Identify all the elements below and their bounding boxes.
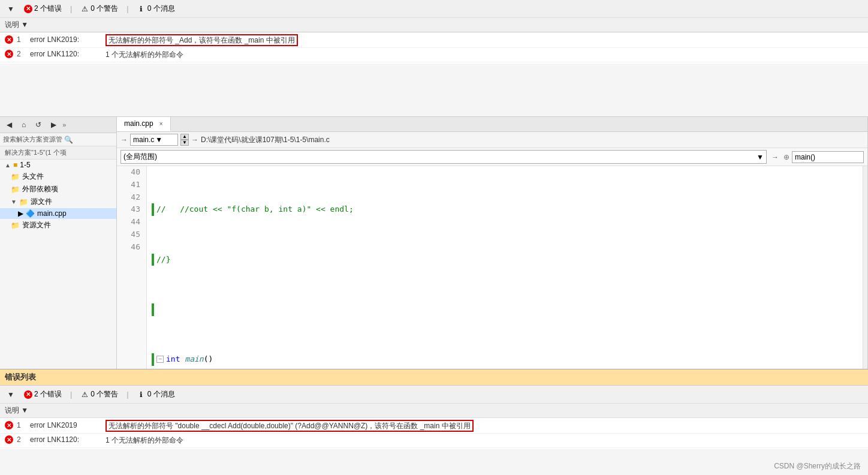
top-error-panel: ▼ ✕ 2 个错误 | ⚠ 0 个警告 | ℹ 0 个消息 说明 ▼ ✕ 1 e… [0, 0, 868, 117]
code-line-42 [152, 303, 858, 316]
error-desc-1: 无法解析的外部符号 _Add，该符号在函数 _main 中被引用 [106, 35, 298, 46]
bottom-error-icon: ✕ [24, 390, 32, 399]
code-func-main: main [185, 353, 203, 366]
bottom-error-code-1: error LNK2019 [30, 421, 102, 429]
bottom-error-desc-2: 1 个无法解析的外部命令 [106, 435, 183, 446]
bottom-error-list: ✕ 1 error LNK2019 无法解析的外部符号 "double __cd… [0, 418, 868, 449]
watermark: CSDN @Sherry的成长之路 [774, 461, 861, 471]
folder-icon-headers: 📁 [11, 173, 20, 181]
info-icon: ℹ [137, 5, 146, 13]
top-error-list: ✕ 1 error LNK2019: 无法解析的外部符号 _Add，该符号在函数… [0, 32, 868, 64]
tab-maincpp[interactable]: main.cpp × [117, 117, 171, 131]
panel-title-bar: 错误列表 [0, 369, 868, 386]
top-error-row-2[interactable]: ✕ 2 error LNK1120: 1 个无法解析的外部命令 [0, 48, 868, 62]
bottom-error-num-1: 1 [17, 421, 26, 429]
top-error-badge[interactable]: ✕ 2 个错误 [20, 2, 65, 15]
top-message-badge[interactable]: ℹ 0 个消息 [134, 2, 179, 15]
scroll-marker [863, 166, 867, 369]
panel-dots: » [62, 121, 66, 128]
top-warning-badge[interactable]: ⚠ 0 个警告 [77, 2, 122, 15]
nav-down-btn[interactable]: ▼ [180, 140, 189, 146]
bottom-desc-header[interactable]: 说明 ▼ [5, 405, 28, 416]
code-text-41: //} [156, 254, 858, 266]
bottom-error-highlight-1: 无法解析的外部符号 "double __cdecl Add(double,dou… [106, 420, 474, 432]
nav-arrow-btns[interactable]: ▲ ▼ [180, 134, 189, 146]
file-dropdown[interactable]: main.c ▼ [130, 134, 178, 146]
code-editor[interactable]: 40 41 42 43 44 45 46 // //cout << "f(cha… [117, 166, 867, 369]
tree-label-externals: 外部依赖项 [22, 184, 58, 194]
bottom-sep1: | [70, 390, 72, 399]
nav-up-btn[interactable]: ▲ [180, 134, 189, 140]
line-numbers: 40 41 42 43 44 45 46 [117, 166, 147, 369]
func-dropdown[interactable]: main() [792, 151, 864, 163]
code-text-42 [156, 303, 858, 316]
error-desc-2: 1 个无法解析的外部命令 [106, 50, 183, 60]
bottom-warning-count: 0 个警告 [91, 389, 118, 399]
refresh-button[interactable]: ↺ [32, 119, 45, 131]
top-warning-count: 0 个警告 [91, 4, 118, 14]
bottom-filter-button[interactable]: ▼ [4, 389, 18, 401]
middle-section: ◀ ⌂ ↺ ▶ » 搜索解决方案资源管 🔍 解决方案"1-5"(1 个项 ▲ ■… [0, 117, 868, 369]
scope-func-arrow: → [771, 153, 779, 161]
green-bar-43 [152, 353, 154, 366]
tree-label-1-5: 1-5 [20, 161, 30, 169]
tree-item-1-5[interactable]: ▲ ■ 1-5 [0, 160, 116, 170]
bottom-error-icon-2: ✕ [5, 435, 13, 444]
bottom-sep2: | [126, 390, 128, 399]
ln-41: 41 [117, 179, 143, 191]
green-bar-41 [152, 254, 154, 266]
top-desc-header[interactable]: 说明 ▼ [5, 20, 53, 30]
tree-item-resources[interactable]: 📁 资源文件 [0, 219, 116, 232]
bottom-toolbar: ▼ ✕ 2 个错误 | ⚠ 0 个警告 | ℹ 0 个消息 [0, 386, 868, 404]
ln-45: 45 [117, 229, 143, 241]
scope-label: (全局范围) [123, 152, 157, 162]
file-dropdown-arrow: ▼ [155, 136, 162, 144]
top-header-row: 说明 ▼ [0, 18, 868, 32]
bottom-info-icon: ℹ [137, 390, 146, 399]
left-search: 搜索解决方案资源管 🔍 [0, 133, 116, 146]
top-error-row-1[interactable]: ✕ 1 error LNK2019: 无法解析的外部符号 _Add，该符号在函数… [0, 34, 868, 48]
bottom-message-badge[interactable]: ℹ 0 个消息 [134, 388, 179, 401]
tree-item-externals[interactable]: 📁 外部依赖项 [0, 183, 116, 196]
func-icon: ⊕ [783, 153, 789, 161]
tree-item-maincpp[interactable]: ▶ 🔷 main.cpp [0, 208, 116, 219]
bottom-error-row-1[interactable]: ✕ 1 error LNK2019 无法解析的外部符号 "double __cd… [0, 419, 868, 434]
tree-title: 解决方案"1-5"(1 个项 [0, 146, 116, 160]
bottom-error-panel: 错误列表 ▼ ✕ 2 个错误 | ⚠ 0 个警告 | ℹ 0 个消息 说明 ▼ … [0, 369, 868, 475]
code-panel: main.cpp × → main.c ▼ ▲ ▼ → D:\课堂代码\就业课1… [117, 117, 868, 369]
bottom-warning-badge[interactable]: ⚠ 0 个警告 [77, 388, 122, 401]
scope-dropdown[interactable]: (全局范围) ▼ [120, 150, 767, 164]
code-keyword-int: int [166, 353, 185, 366]
back-button[interactable]: ◀ [3, 119, 16, 131]
left-panel: ◀ ⌂ ↺ ▶ » 搜索解决方案资源管 🔍 解决方案"1-5"(1 个项 ▲ ■… [0, 117, 117, 369]
sep1: | [70, 4, 72, 13]
file-dropdown-label: main.c [133, 136, 154, 144]
top-message-count: 0 个消息 [147, 4, 175, 14]
bottom-error-num-2: 2 [17, 435, 26, 444]
forward-button[interactable]: ▶ [47, 119, 60, 131]
folder-icon-sources: 📁 [19, 198, 28, 206]
left-toolbar: ◀ ⌂ ↺ ▶ » [0, 117, 116, 133]
nav-path: D:\课堂代码\就业课107期\1-5\1-5\main.c [201, 135, 330, 145]
home-button[interactable]: ⌂ [18, 119, 29, 131]
code-parens: () [204, 353, 213, 366]
bottom-error-row-2[interactable]: ✕ 2 error LNK1120: 1 个无法解析的外部命令 [0, 434, 868, 448]
bottom-error-code-2: error LNK1120: [30, 435, 102, 444]
ln-43: 43 [117, 203, 143, 216]
tab-close-icon[interactable]: × [159, 121, 163, 127]
code-line-41: //} [152, 254, 858, 266]
code-line-40: // //cout << "f(char b, int a)" << endl; [152, 203, 858, 216]
bottom-error-badge[interactable]: ✕ 2 个错误 [20, 388, 65, 401]
tree-label-maincpp: main.cpp [37, 209, 67, 218]
search-label: 搜索解决方案资源管 [3, 135, 62, 144]
func-label: main() [795, 153, 815, 161]
error-icon-1: ✕ [5, 35, 13, 44]
tree-item-headers[interactable]: 📁 头文件 [0, 170, 116, 183]
ln-46: 46 [117, 241, 143, 254]
filter-button[interactable]: ▼ [4, 3, 18, 15]
search-magnify-icon: 🔍 [64, 136, 73, 144]
tree-item-sources[interactable]: ▼ 📁 源文件 [0, 196, 116, 208]
expand-icon-sources: ▼ [11, 199, 17, 205]
minus-box-43[interactable]: − [156, 356, 164, 363]
top-error-count: 2 个错误 [34, 4, 62, 14]
